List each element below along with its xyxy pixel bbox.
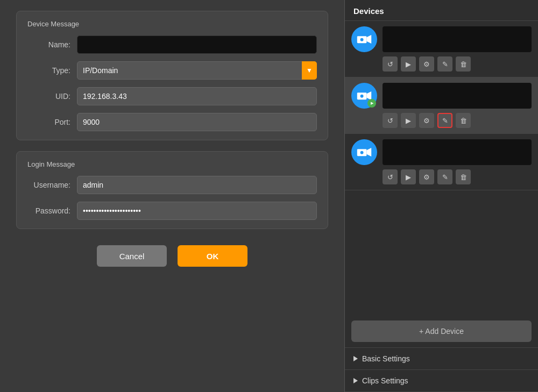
clips-settings-triangle-icon — [353, 378, 358, 383]
login-message-section: Login Message Username: Password: — [16, 151, 328, 229]
device-icon-1 — [351, 26, 377, 52]
svg-point-8 — [360, 151, 364, 154]
port-input[interactable] — [77, 113, 317, 131]
camera-icon-3 — [356, 146, 372, 158]
edit-button-1[interactable]: ✎ — [437, 56, 452, 72]
ok-button[interactable]: OK — [178, 245, 247, 267]
refresh-button-3[interactable]: ↺ — [383, 169, 398, 184]
svg-marker-7 — [366, 148, 371, 156]
device-actions-3: ↺ ▶ ⚙ ✎ 🗑 — [351, 169, 532, 184]
device-message-section: Device Message Name: Type: IP/Domain ▼ U… — [16, 11, 328, 140]
login-message-title: Login Message — [27, 160, 317, 168]
settings-button-1[interactable]: ⚙ — [419, 56, 434, 72]
password-row: Password: — [27, 202, 317, 220]
camera-icon — [356, 33, 372, 45]
type-dropdown-arrow[interactable]: ▼ — [302, 61, 317, 80]
name-input[interactable] — [77, 35, 317, 54]
right-panel: Devices ↺ ▶ ⚙ ✎ 🗑 — [344, 0, 538, 392]
uid-row: UID: — [27, 87, 317, 105]
type-select-wrapper[interactable]: IP/Domain ▼ — [77, 61, 317, 80]
device-top-2: ▶ — [351, 83, 532, 109]
username-input[interactable] — [77, 176, 317, 194]
device-top-3 — [351, 139, 532, 165]
uid-label: UID: — [27, 92, 70, 101]
type-label: Type: — [27, 66, 70, 75]
type-select-display[interactable]: IP/Domain — [77, 61, 317, 80]
cancel-button[interactable]: Cancel — [97, 245, 167, 267]
type-value: IP/Domain — [83, 66, 118, 75]
username-row: Username: — [27, 176, 317, 194]
clips-settings-label: Clips Settings — [362, 376, 408, 385]
refresh-button-2[interactable]: ↺ — [383, 113, 398, 128]
left-panel: Device Message Name: Type: IP/Domain ▼ U… — [0, 0, 344, 392]
devices-list: ↺ ▶ ⚙ ✎ 🗑 ▶ ↺ — [345, 21, 538, 315]
delete-button-3[interactable]: 🗑 — [456, 169, 471, 184]
svg-marker-1 — [366, 35, 371, 44]
device-actions-1: ↺ ▶ ⚙ ✎ 🗑 — [351, 56, 532, 72]
basic-settings-triangle-icon — [353, 356, 358, 361]
settings-section: Basic Settings Clips Settings — [345, 347, 538, 392]
devices-header: Devices — [345, 0, 538, 21]
device-icon-2: ▶ — [351, 83, 377, 109]
port-row: Port: — [27, 113, 317, 131]
type-row: Type: IP/Domain ▼ — [27, 61, 317, 80]
settings-button-2[interactable]: ⚙ — [419, 113, 434, 128]
svg-point-5 — [360, 95, 364, 98]
refresh-button-1[interactable]: ↺ — [383, 56, 398, 72]
device-preview-1 — [383, 26, 532, 52]
clips-settings-row[interactable]: Clips Settings — [345, 370, 538, 392]
basic-settings-row[interactable]: Basic Settings — [345, 348, 538, 370]
play-badge: ▶ — [367, 99, 376, 108]
device-actions-2: ↺ ▶ ⚙ ✎ 🗑 — [351, 113, 532, 128]
device-item-active: ▶ ↺ ▶ ⚙ ✎ 🗑 — [345, 77, 538, 134]
edit-button-3[interactable]: ✎ — [437, 169, 452, 184]
device-item-3: ↺ ▶ ⚙ ✎ 🗑 — [345, 134, 538, 190]
svg-point-2 — [360, 38, 364, 41]
device-preview-2 — [383, 83, 532, 109]
add-device-button[interactable]: + Add Device — [351, 320, 532, 342]
password-input[interactable] — [77, 202, 317, 220]
delete-button-1[interactable]: 🗑 — [456, 56, 471, 72]
chevron-down-icon: ▼ — [306, 67, 313, 74]
password-label: Password: — [27, 206, 70, 215]
device-preview-3 — [383, 139, 532, 165]
name-row: Name: — [27, 35, 317, 54]
play-button-1[interactable]: ▶ — [401, 56, 416, 72]
edit-button-2-highlighted[interactable]: ✎ — [437, 113, 452, 128]
username-label: Username: — [27, 181, 70, 189]
form-buttons: Cancel OK — [16, 245, 328, 267]
play-button-3[interactable]: ▶ — [401, 169, 416, 184]
settings-button-3[interactable]: ⚙ — [419, 169, 434, 184]
device-top-1 — [351, 26, 532, 52]
device-item: ↺ ▶ ⚙ ✎ 🗑 — [345, 21, 538, 77]
device-message-title: Device Message — [27, 20, 317, 28]
basic-settings-label: Basic Settings — [362, 354, 410, 363]
uid-input[interactable] — [77, 87, 317, 105]
play-button-2[interactable]: ▶ — [401, 113, 416, 128]
name-label: Name: — [27, 40, 70, 49]
device-icon-3 — [351, 139, 377, 165]
port-label: Port: — [27, 118, 70, 126]
devices-title: Devices — [353, 6, 384, 16]
delete-button-2[interactable]: 🗑 — [456, 113, 471, 128]
